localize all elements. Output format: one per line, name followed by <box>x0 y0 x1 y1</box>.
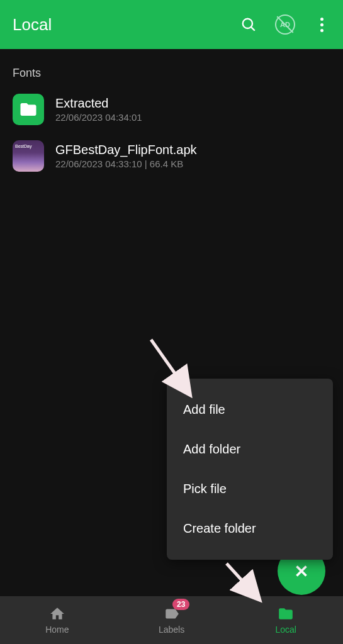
nav-label: Labels <box>159 625 184 635</box>
add-file-menuitem[interactable]: Add file <box>167 390 333 430</box>
file-meta: 22/06/2023 04:34:01 <box>55 112 142 123</box>
close-icon <box>292 562 311 580</box>
bottom-nav: Home 23 Labels Local <box>0 596 343 644</box>
apk-icon: BestDay <box>13 140 44 172</box>
file-info: Extracted 22/06/2023 04:34:01 <box>55 94 142 125</box>
nav-label: Local <box>275 625 296 635</box>
folder-icon <box>278 606 294 622</box>
nav-home[interactable]: Home <box>0 596 115 644</box>
home-icon <box>49 606 65 622</box>
apk-label: BestDay <box>15 144 31 148</box>
svg-line-2 <box>297 567 306 576</box>
ad-text: AD <box>280 21 290 28</box>
fab-popup-menu: Add file Add folder Pick file Create fol… <box>167 379 333 560</box>
file-list: Extracted 22/06/2023 04:34:01 BestDay GF… <box>0 91 343 184</box>
ad-badge-icon[interactable]: AD <box>275 14 295 35</box>
header-actions: AD <box>240 14 330 35</box>
folder-icon <box>13 94 44 125</box>
pick-file-menuitem[interactable]: Pick file <box>167 469 333 509</box>
list-item[interactable]: BestDay GFBestDay_FlipFont.apk 22/06/202… <box>13 138 330 184</box>
more-menu-icon[interactable] <box>313 16 330 33</box>
file-name: GFBestDay_FlipFont.apk <box>55 143 197 157</box>
nav-label: Home <box>45 625 69 635</box>
search-icon[interactable] <box>240 16 257 33</box>
svg-line-7 <box>227 564 258 598</box>
add-folder-menuitem[interactable]: Add folder <box>167 430 333 469</box>
svg-line-3 <box>297 567 306 576</box>
badge-count: 23 <box>172 599 189 610</box>
breadcrumb[interactable]: Fonts <box>0 49 343 91</box>
create-folder-menuitem[interactable]: Create folder <box>167 509 333 548</box>
svg-point-0 <box>243 19 252 28</box>
header-title: Local <box>13 15 240 35</box>
app-header: Local AD <box>0 0 343 49</box>
file-meta: 22/06/2023 04:33:10 | 66.4 KB <box>55 158 197 169</box>
nav-local[interactable]: Local <box>228 596 343 644</box>
file-name: Extracted <box>55 96 142 111</box>
list-item[interactable]: Extracted 22/06/2023 04:34:01 <box>13 91 330 138</box>
nav-labels[interactable]: 23 Labels <box>115 596 229 644</box>
file-info: GFBestDay_FlipFont.apk 22/06/2023 04:33:… <box>55 140 197 172</box>
svg-line-1 <box>251 27 254 30</box>
